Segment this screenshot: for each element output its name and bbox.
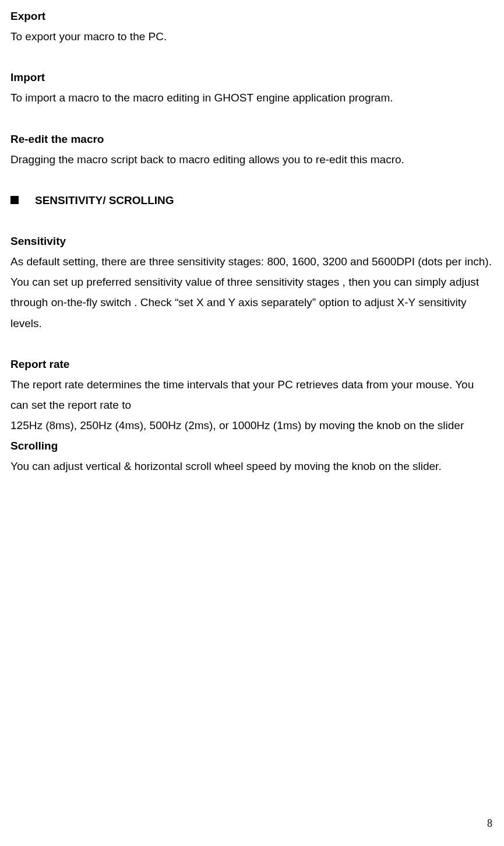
body-import: To import a macro to the macro editing i… [10, 87, 494, 108]
heading-import: Import [10, 67, 494, 87]
body-report-rate-2: 125Hz (8ms), 250Hz (4ms), 500Hz (2ms), o… [10, 415, 494, 436]
heading-reedit: Re-edit the macro [10, 129, 494, 149]
body-report-rate-1: The report rate determines the time inte… [10, 374, 494, 415]
section-heading-sensitivity-scrolling: SENSITIVITY/ SCROLLING [10, 190, 494, 210]
spacer [10, 334, 494, 354]
spacer [10, 170, 494, 190]
spacer [10, 47, 494, 67]
body-reedit: Dragging the macro script back to macro … [10, 149, 494, 170]
section-heading-text: SENSITIVITY/ SCROLLING [35, 190, 174, 210]
heading-export: Export [10, 6, 494, 26]
square-bullet-icon [10, 196, 19, 204]
heading-report-rate: Report rate [10, 354, 494, 374]
spacer [10, 108, 494, 129]
body-sensitivity: As default setting, there are three sens… [10, 251, 494, 334]
spacer [10, 210, 494, 231]
heading-sensitivity: Sensitivity [10, 231, 494, 251]
body-export: To export your macro to the PC. [10, 26, 494, 47]
page-number: 8 [487, 814, 492, 833]
body-scrolling: You can adjust vertical & horizontal scr… [10, 456, 494, 476]
heading-scrolling: Scrolling [10, 436, 494, 456]
